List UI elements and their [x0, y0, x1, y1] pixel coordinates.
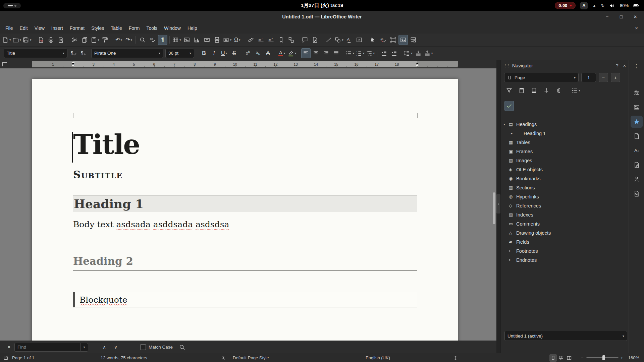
doc-body-paragraph[interactable]: Body text asdsada asddsada asdsdsa	[73, 220, 229, 229]
menu-item[interactable]: Insert	[48, 22, 66, 34]
insert-hyperlink-button[interactable]	[246, 35, 256, 45]
zoom-slider-thumb[interactable]	[602, 355, 605, 360]
strikethrough-button[interactable]: S	[229, 48, 239, 58]
tree-item[interactable]: ▫ Footnotes	[501, 246, 629, 255]
redo-button[interactable]: ↷▾	[124, 35, 133, 45]
paste-button[interactable]: ▾	[90, 35, 100, 45]
basic-shapes-button[interactable]: ▾	[334, 35, 344, 45]
unordered-list-button[interactable]: ▾	[345, 48, 355, 58]
doc-heading1-paragraph[interactable]: Heading 1	[73, 195, 417, 212]
close-panel-button[interactable]: ×	[623, 63, 626, 68]
subscript-button[interactable]: xb	[253, 48, 263, 58]
export-pdf-button[interactable]	[36, 35, 46, 45]
insert-chart-button[interactable]	[192, 35, 202, 45]
insert-textbox-button[interactable]	[202, 35, 212, 45]
insert-special-character-button[interactable]: Ω▾	[232, 35, 242, 45]
insert-footnote-button[interactable]	[256, 35, 266, 45]
menu-item[interactable]: Styles	[88, 22, 107, 34]
justify-button[interactable]	[331, 48, 341, 58]
drag-handle-icon[interactable]: ⋮⋮	[503, 63, 509, 68]
multi-page-view-button[interactable]	[557, 354, 565, 362]
insert-cross-reference-button[interactable]	[286, 35, 296, 45]
tree-expander-icon[interactable]: ▾	[503, 122, 509, 126]
find-all-button[interactable]	[177, 342, 187, 352]
maximize-button[interactable]: □	[617, 13, 625, 21]
tree-item[interactable]: ▭ Comments	[501, 219, 629, 228]
page-info[interactable]: Page 1 of 1	[12, 353, 35, 362]
align-right-button[interactable]	[321, 48, 331, 58]
screen-recording-indicator[interactable]: 0:00 ●	[555, 2, 576, 9]
undo-button[interactable]: ↶▾	[114, 35, 123, 45]
zoom-level[interactable]: 160%	[628, 353, 639, 362]
highlight-color-button[interactable]: ▾	[287, 48, 297, 58]
underline-button[interactable]: U▾	[219, 48, 229, 58]
find-previous-button[interactable]: ∧	[100, 342, 109, 352]
copy-button[interactable]	[80, 35, 90, 45]
single-page-view-button[interactable]	[549, 354, 557, 362]
insert-line-button[interactable]	[324, 35, 333, 45]
increase-indent-button[interactable]	[379, 48, 389, 58]
superscript-button[interactable]: xb	[243, 48, 253, 58]
save-state-icon[interactable]	[3, 355, 8, 360]
tree-item[interactable]: ▸ Heading 1	[501, 129, 629, 138]
menu-item[interactable]: Format	[66, 22, 88, 34]
outline-list-button[interactable]: ▾	[366, 48, 375, 58]
insert-bookmark-button[interactable]	[276, 35, 286, 45]
misspelled-word[interactable]: asdsdsa	[196, 220, 229, 229]
insert-image-button[interactable]	[182, 35, 192, 45]
auto-spellcheck-button[interactable]	[378, 35, 388, 45]
menu-item[interactable]: Tools	[143, 22, 161, 34]
sidebar-tab-page[interactable]	[631, 130, 643, 142]
decrease-paragraph-spacing-button[interactable]: ▾	[424, 48, 433, 58]
update-paragraph-style-button[interactable]	[69, 48, 78, 58]
content-view-filter-button[interactable]	[504, 85, 514, 96]
sidebar-tab-accessibility-check[interactable]	[631, 173, 643, 185]
tree-item[interactable]: ▦ Tables	[501, 138, 629, 147]
tree-item[interactable]: ▾ ▤ Headings	[501, 120, 629, 129]
anchor-text-button[interactable]	[542, 85, 551, 96]
spelling-button[interactable]	[148, 35, 157, 45]
menu-item[interactable]: File	[2, 22, 16, 34]
misspelled-word[interactable]: asdsada	[116, 220, 150, 229]
tree-item[interactable]: ▧ Images	[501, 156, 629, 165]
tree-item[interactable]: ◇ References	[501, 201, 629, 210]
insert-table-button[interactable]: ▾	[172, 35, 181, 45]
sidebar-tab-style-inspector[interactable]	[631, 188, 643, 200]
print-button[interactable]	[46, 35, 56, 45]
zoom-out-button[interactable]: −	[581, 353, 584, 362]
clear-formatting-button[interactable]: A	[263, 48, 273, 58]
menu-item[interactable]: Edit	[16, 22, 31, 34]
cut-button[interactable]	[70, 35, 79, 45]
open-button[interactable]: ▾	[12, 35, 22, 45]
bold-button[interactable]: B	[199, 48, 209, 58]
tree-item[interactable]: ▰ Fields	[501, 237, 629, 246]
zoom-in-button[interactable]: +	[621, 353, 623, 362]
fontwork-button[interactable]	[344, 35, 354, 45]
menu-item[interactable]: Table	[107, 22, 125, 34]
tree-item[interactable]: ◈ OLE objects	[501, 165, 629, 174]
left-indent-marker[interactable]	[71, 63, 75, 66]
align-left-button[interactable]	[301, 48, 311, 58]
sidebar-tab-styles[interactable]	[631, 144, 643, 157]
vertical-scrollbar[interactable]	[493, 192, 495, 224]
clock[interactable]: 1月27日 (火) 16:19	[301, 2, 343, 9]
navigate-by-combo[interactable]: Page ▾	[504, 73, 579, 82]
tree-item[interactable]: ▨ Indexes	[501, 210, 629, 219]
show-graphics-button[interactable]	[398, 35, 408, 45]
sidebar-collapse-handle[interactable]: ‹	[496, 194, 500, 214]
insert-frame-button[interactable]	[388, 35, 398, 45]
accessibility-check-icon[interactable]	[221, 355, 226, 361]
sidebar-tab-properties[interactable]	[631, 87, 643, 99]
tree-expander-icon[interactable]: ▸	[511, 131, 516, 135]
sidebar-tab-gallery[interactable]	[631, 101, 643, 113]
select-tool-button[interactable]	[368, 35, 378, 45]
close-window-button[interactable]: ×	[631, 13, 639, 21]
battery-icon[interactable]	[633, 3, 639, 9]
page-increment-button[interactable]: +	[611, 73, 620, 82]
find-input[interactable]	[14, 343, 80, 352]
drag-mode-button[interactable]: ▾	[571, 85, 581, 96]
menu-item[interactable]: Form	[125, 22, 143, 34]
tree-item[interactable]: ▪ Endnotes	[501, 255, 629, 264]
menu-item[interactable]: Window	[161, 22, 184, 34]
footer-button[interactable]	[529, 85, 539, 96]
